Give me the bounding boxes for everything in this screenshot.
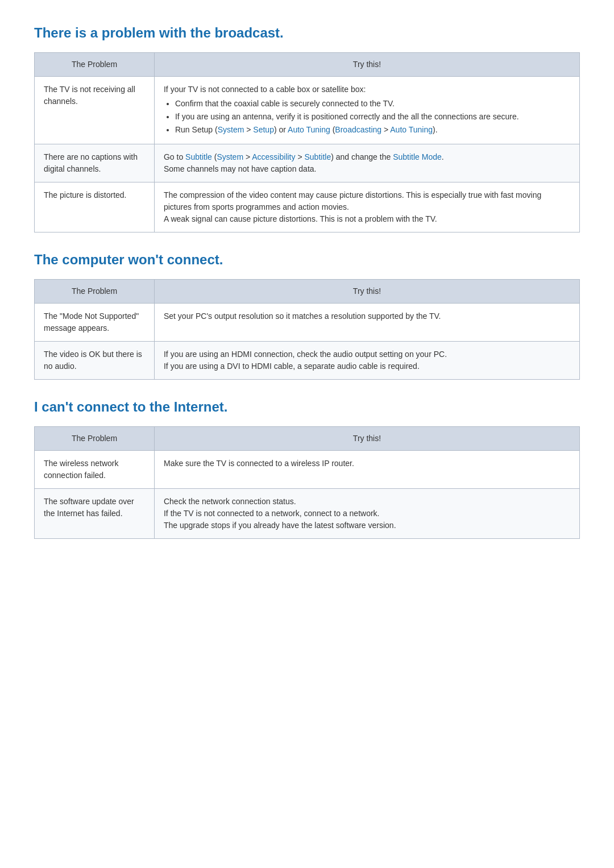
problem-cell: The TV is not receiving all channels. xyxy=(35,77,155,144)
subtitle-mode-link[interactable]: Subtitle Mode xyxy=(393,152,442,161)
section-broadcast: There is a problem with the broadcast. T… xyxy=(34,23,580,232)
section-internet-title: I can't connect to the Internet. xyxy=(34,397,580,417)
solution-text: The compression of the video content may… xyxy=(164,190,541,223)
problem-cell: The software update over the Internet ha… xyxy=(35,489,155,539)
system-link[interactable]: System xyxy=(218,125,244,134)
problem-cell: There are no captions with digital chann… xyxy=(35,144,155,182)
broadcast-table: The Problem Try this! The TV is not rece… xyxy=(34,52,580,232)
problem-cell: The video is OK but there is no audio. xyxy=(35,342,155,380)
solution-cell: If you are using an HDMI connection, che… xyxy=(154,342,579,380)
list-item: Run Setup (System > Setup) or Auto Tunin… xyxy=(175,124,570,136)
computer-col2-header: Try this! xyxy=(154,280,579,304)
computer-table: The Problem Try this! The "Mode Not Supp… xyxy=(34,279,580,380)
auto-tuning-link[interactable]: Auto Tuning xyxy=(288,125,330,134)
setup-link[interactable]: Setup xyxy=(253,125,274,134)
internet-table: The Problem Try this! The wireless netwo… xyxy=(34,426,580,539)
system-link2[interactable]: System xyxy=(217,152,243,161)
section-internet: I can't connect to the Internet. The Pro… xyxy=(34,397,580,539)
problem-cell: The "Mode Not Supported" message appears… xyxy=(35,304,155,342)
section-computer: The computer won't connect. The Problem … xyxy=(34,250,580,380)
solution-text: Check the network connection status.If t… xyxy=(164,497,396,530)
problem-cell: The wireless network connection failed. xyxy=(35,451,155,489)
solution-cell: If your TV is not connected to a cable b… xyxy=(154,77,579,144)
internet-col1-header: The Problem xyxy=(35,427,155,451)
table-row: There are no captions with digital chann… xyxy=(35,144,580,182)
problem-cell: The picture is distorted. xyxy=(35,182,155,232)
section-computer-title: The computer won't connect. xyxy=(34,250,580,270)
solution-cell: Make sure the TV is connected to a wirel… xyxy=(154,451,579,489)
computer-col1-header: The Problem xyxy=(35,280,155,304)
subtitle-link[interactable]: Subtitle xyxy=(185,152,212,161)
table-row: The TV is not receiving all channels. If… xyxy=(35,77,580,144)
solution-intro: If your TV is not connected to a cable b… xyxy=(164,85,366,94)
accessibility-link[interactable]: Accessibility xyxy=(252,152,295,161)
subtitle-link2[interactable]: Subtitle xyxy=(304,152,331,161)
page-content: There is a problem with the broadcast. T… xyxy=(34,23,580,539)
auto-tuning-link2[interactable]: Auto Tuning xyxy=(390,125,433,134)
table-row: The picture is distorted. The compressio… xyxy=(35,182,580,232)
table-row: The wireless network connection failed. … xyxy=(35,451,580,489)
broadcasting-link[interactable]: Broadcasting xyxy=(335,125,381,134)
table-row: The video is OK but there is no audio. I… xyxy=(35,342,580,380)
solution-text: If you are using an HDMI connection, che… xyxy=(164,350,447,371)
broadcast-col1-header: The Problem xyxy=(35,53,155,77)
solution-cell: Check the network connection status.If t… xyxy=(154,489,579,539)
broadcast-col2-header: Try this! xyxy=(154,53,579,77)
table-row: The "Mode Not Supported" message appears… xyxy=(35,304,580,342)
table-row: The software update over the Internet ha… xyxy=(35,489,580,539)
internet-col2-header: Try this! xyxy=(154,427,579,451)
solution-list: Confirm that the coaxial cable is secure… xyxy=(175,98,570,136)
solution-cell: Go to Subtitle (System > Accessibility >… xyxy=(154,144,579,182)
list-item: Confirm that the coaxial cable is secure… xyxy=(175,98,570,110)
section-broadcast-title: There is a problem with the broadcast. xyxy=(34,23,580,43)
list-item: If you are using an antenna, verify it i… xyxy=(175,111,570,123)
solution-cell: Set your PC's output resolution so it ma… xyxy=(154,304,579,342)
solution-cell: The compression of the video content may… xyxy=(154,182,579,232)
